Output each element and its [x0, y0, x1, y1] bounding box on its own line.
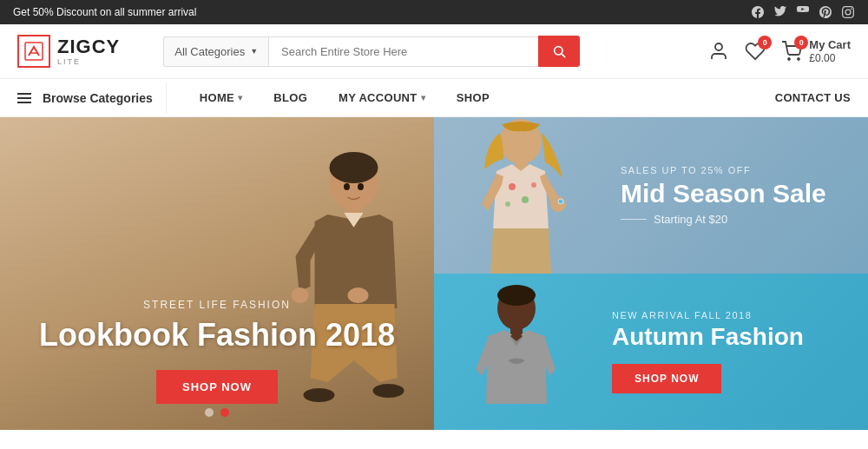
nav-account-label: MY ACCOUNT	[339, 91, 417, 104]
logo-text-area: ZIGCY LITE	[57, 37, 120, 66]
svg-point-4	[715, 43, 722, 50]
hero-dots	[205, 408, 229, 417]
hero-right-bottom-tag: NEW ARRIVAL FALL 2018	[612, 310, 842, 320]
logo-icon	[17, 35, 50, 68]
svg-point-25	[497, 285, 536, 306]
hero-left-title: Lookbook Fashion 2018	[35, 318, 399, 353]
wishlist-badge: 0	[758, 36, 772, 50]
nav-home-label: HOME	[200, 91, 234, 104]
search-category-label: All Categories	[174, 45, 245, 58]
nav-bar: Browse Categories HOME ▾ BLOG MY ACCOUNT…	[0, 79, 868, 117]
social-icons	[751, 5, 855, 19]
cart-amount: £0.00	[809, 52, 851, 64]
hero-left-content: STREET LIFE FASHION Lookbook Fashion 201…	[35, 299, 399, 404]
nav-item-my-account[interactable]: MY ACCOUNT ▾	[323, 81, 441, 115]
hero-right-panels: SALES UP TO 25% OFF Mid Season Sale Star…	[434, 117, 868, 430]
header-icons: 0 0 My Cart £0.00	[708, 38, 851, 64]
nav-contact-label: CONTACT US	[775, 91, 851, 104]
svg-point-21	[505, 201, 510, 207]
svg-line-3	[562, 54, 565, 57]
hero-right-bottom-content: NEW ARRIVAL FALL 2018 Autumn Fashion SHO…	[612, 310, 842, 394]
search-button[interactable]	[538, 36, 580, 67]
svg-point-18	[509, 183, 516, 190]
nav-item-home[interactable]: HOME ▾	[184, 81, 259, 115]
cart-label: My Cart	[809, 38, 851, 52]
svg-point-5	[788, 58, 790, 60]
hero-right-bottom-shop-btn[interactable]: SHOP NOW	[612, 364, 721, 393]
svg-rect-0	[25, 43, 43, 60]
home-dropdown-icon: ▾	[238, 93, 242, 102]
announcement-text: Get 50% Discount on all summer arrival	[13, 6, 196, 18]
facebook-icon[interactable]	[751, 5, 765, 19]
user-account-icon[interactable]	[708, 41, 729, 62]
hero-right-top-panel: SALES UP TO 25% OFF Mid Season Sale Star…	[434, 117, 868, 274]
browse-categories[interactable]: Browse Categories	[17, 83, 167, 114]
announcement-bar: Get 50% Discount on all summer arrival	[0, 0, 868, 24]
instagram-icon[interactable]	[841, 5, 855, 19]
main-nav: HOME ▾ BLOG MY ACCOUNT ▾ SHOP CONTACT US	[184, 81, 851, 115]
dash-icon	[621, 219, 647, 220]
nav-blog-label: BLOG	[273, 91, 307, 104]
hamburger-icon	[17, 93, 31, 103]
hero-left-shop-btn[interactable]: SHOP NOW	[156, 370, 278, 404]
cart-icon: 0	[781, 41, 802, 62]
header: ZIGCY LITE All Categories ▼	[0, 24, 868, 79]
hero-right-bottom-panel: NEW ARRIVAL FALL 2018 Autumn Fashion SHO…	[434, 274, 868, 430]
search-input[interactable]	[268, 36, 538, 67]
right-top-person-figure	[434, 117, 608, 274]
nav-item-contact[interactable]: CONTACT US	[775, 81, 851, 115]
logo-sub: LITE	[57, 57, 120, 66]
hero-right-top-subline-text: Starting At $20	[654, 213, 727, 226]
right-bottom-person-figure	[434, 282, 608, 430]
hero-section: STREET LIFE FASHION Lookbook Fashion 201…	[0, 117, 868, 430]
svg-point-20	[531, 182, 536, 188]
browse-categories-label: Browse Categories	[43, 91, 153, 105]
account-dropdown-icon: ▾	[421, 93, 425, 102]
hero-left-panel: STREET LIFE FASHION Lookbook Fashion 201…	[0, 117, 434, 430]
svg-point-8	[330, 152, 378, 183]
twitter-icon[interactable]	[773, 5, 787, 19]
youtube-icon[interactable]	[796, 5, 810, 19]
wishlist-icon[interactable]: 0	[745, 41, 766, 62]
logo-area[interactable]: ZIGCY LITE	[17, 35, 120, 68]
hero-right-bottom-title: Autumn Fashion	[612, 324, 842, 351]
nav-item-blog[interactable]: BLOG	[258, 81, 323, 115]
logo-name: ZIGCY	[57, 37, 120, 56]
svg-point-15	[358, 183, 364, 190]
hero-right-top-tag: SALES UP TO 25% OFF	[621, 165, 842, 175]
svg-point-14	[344, 183, 350, 190]
search-category-dropdown[interactable]: All Categories ▼	[163, 36, 268, 67]
dot-2[interactable]	[220, 408, 229, 417]
cart-area[interactable]: 0 My Cart £0.00	[781, 38, 851, 64]
search-area: All Categories ▼	[163, 36, 580, 67]
nav-item-shop[interactable]: SHOP	[441, 81, 505, 115]
svg-point-6	[798, 58, 799, 60]
hero-right-top-title: Mid Season Sale	[621, 179, 842, 208]
category-chevron-icon: ▼	[250, 47, 258, 56]
dot-1[interactable]	[205, 408, 214, 417]
hero-right-top-subline: Starting At $20	[621, 213, 842, 226]
svg-point-23	[558, 199, 563, 204]
svg-point-22	[550, 196, 566, 212]
hero-left-subtitle: STREET LIFE FASHION	[35, 299, 399, 311]
hero-right-top-content: SALES UP TO 25% OFF Mid Season Sale Star…	[621, 165, 842, 226]
nav-shop-label: SHOP	[457, 91, 490, 104]
pinterest-icon[interactable]	[819, 5, 832, 19]
cart-badge: 0	[794, 36, 808, 50]
svg-point-19	[522, 196, 529, 203]
